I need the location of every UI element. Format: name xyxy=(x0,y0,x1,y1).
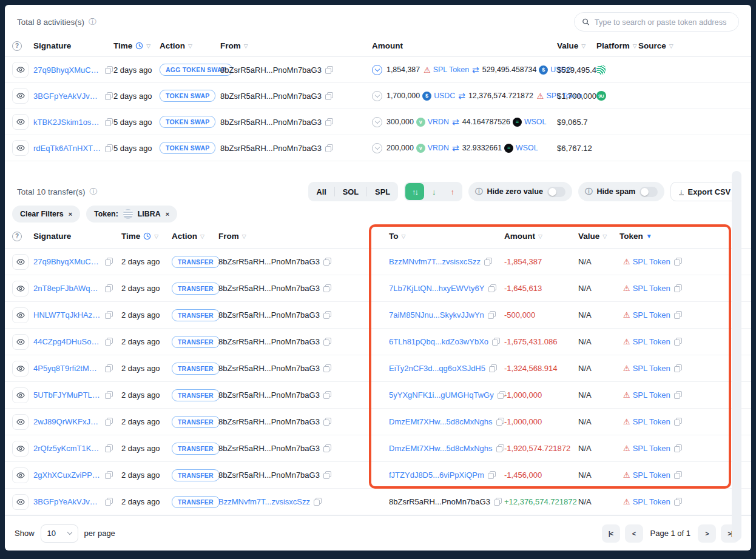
copy-icon[interactable] xyxy=(323,258,331,266)
platform-icon[interactable] xyxy=(596,143,606,153)
search-input[interactable] xyxy=(595,18,731,27)
to-address[interactable]: EiTy2nCF3d...qg6oXSJdH5 xyxy=(389,364,485,373)
token-link[interactable]: SPL Token xyxy=(633,444,670,453)
signature-link[interactable]: kTBK2JSkim1osyZK... xyxy=(33,118,101,127)
to-address[interactable]: fJTZYdJ8D5...6viPpXiQPm xyxy=(389,470,484,480)
copy-icon[interactable] xyxy=(323,284,331,292)
copy-icon[interactable] xyxy=(674,418,682,426)
copy-icon[interactable] xyxy=(488,284,496,292)
copy-icon[interactable] xyxy=(105,118,113,126)
signature-link[interactable]: rdEqTk6ATnHXTnMz... xyxy=(33,144,101,153)
copy-icon[interactable] xyxy=(323,338,331,346)
close-icon[interactable]: × xyxy=(166,210,169,218)
filter-icon[interactable]: ▽ xyxy=(146,43,150,49)
to-address[interactable]: 5yYXgNFK1i...gUMGHqTwGy xyxy=(389,390,494,400)
from-address[interactable]: 8bZsrR5aRH...PnoMn7baG3 xyxy=(218,284,320,293)
platform-icon[interactable] xyxy=(596,117,606,127)
source-icon[interactable] xyxy=(638,65,648,75)
preview-eye-button[interactable] xyxy=(12,361,29,377)
to-address[interactable]: DmzEMt7XHw...5d8cMxNghs xyxy=(389,444,493,453)
scrollbar-track[interactable] xyxy=(732,171,741,541)
copy-icon[interactable] xyxy=(105,284,113,292)
copy-icon[interactable] xyxy=(325,66,333,74)
preview-eye-button[interactable] xyxy=(12,281,29,296)
token-link[interactable]: SPL Token xyxy=(633,257,670,266)
hide-spam-switch[interactable] xyxy=(640,187,658,197)
preview-eye-button[interactable] xyxy=(12,114,29,130)
from-address[interactable]: 8bZsrR5aRH...PnoMn7baG3 xyxy=(218,257,320,266)
token-link[interactable]: SPL Token xyxy=(633,337,670,346)
to-address[interactable]: 6TLh81pQbq...kdZo3wYbXo xyxy=(389,337,488,346)
copy-icon[interactable] xyxy=(674,364,682,372)
copy-icon[interactable] xyxy=(105,498,113,506)
signature-link[interactable]: 44CZpg4DHuSoHZ8... xyxy=(33,337,101,346)
signature-link[interactable]: 27q9BhyqXMuCgJgJ... xyxy=(33,257,101,266)
copy-icon[interactable] xyxy=(674,338,682,346)
platform-icon[interactable] xyxy=(596,91,606,101)
to-address[interactable]: DmzEMt7XHw...5d8cMxNghs xyxy=(389,417,493,426)
hide-zero-switch[interactable] xyxy=(547,187,565,197)
token-out-link[interactable]: WSOL xyxy=(524,118,547,126)
filter-icon-active[interactable]: ▼ xyxy=(646,233,652,239)
filter-icon[interactable]: ▽ xyxy=(669,43,673,49)
preview-eye-button[interactable] xyxy=(12,307,29,323)
preview-eye-button[interactable] xyxy=(12,62,29,78)
copy-icon[interactable] xyxy=(323,418,331,426)
tab-spl[interactable]: SPL xyxy=(367,182,398,201)
signature-link[interactable]: 27q9BhyqXMuCgJgJ... xyxy=(33,65,101,75)
copy-icon[interactable] xyxy=(484,258,492,266)
to-address[interactable]: 7aiM85NJnu...SkykvJJwYn xyxy=(389,310,484,320)
preview-eye-button[interactable] xyxy=(12,441,29,457)
token-in-link[interactable]: VRDN xyxy=(428,144,449,152)
to-address[interactable]: 7Lb7KjLtQN...hxyEWVty6Y xyxy=(389,284,485,293)
token-filter-chip[interactable]: Token: LIBRA × xyxy=(86,206,177,223)
copy-icon[interactable] xyxy=(674,498,682,506)
copy-icon[interactable] xyxy=(674,444,682,452)
signature-link[interactable]: 2wJ89QrWKFxJKiTP... xyxy=(33,417,101,426)
copy-icon[interactable] xyxy=(105,418,113,426)
copy-icon[interactable] xyxy=(498,391,505,399)
copy-icon[interactable] xyxy=(105,144,113,152)
copy-icon[interactable] xyxy=(323,444,331,452)
tab-sol[interactable]: SOL xyxy=(335,182,366,201)
copy-icon[interactable] xyxy=(105,364,113,372)
copy-icon[interactable] xyxy=(496,418,504,426)
token-link[interactable]: SPL Token xyxy=(633,497,670,506)
copy-icon[interactable] xyxy=(674,471,682,479)
preview-eye-button[interactable] xyxy=(12,334,29,350)
filter-icon[interactable]: ▽ xyxy=(602,233,607,239)
filter-icon[interactable]: ▽ xyxy=(154,233,158,239)
copy-icon[interactable] xyxy=(105,258,113,266)
token-link[interactable]: SPL Token xyxy=(633,470,670,480)
from-address[interactable]: 8bZsrR5aRH...PnoMn7baG3 xyxy=(218,337,320,346)
preview-eye-button[interactable] xyxy=(12,254,29,270)
signature-link[interactable]: 5UTbFJYMuPTLbQ4... xyxy=(33,390,101,400)
token-in-link[interactable]: VRDN xyxy=(428,118,449,126)
source-icon[interactable] xyxy=(638,143,648,153)
token-link[interactable]: SPL Token xyxy=(633,417,670,426)
token-in-link[interactable]: USDC xyxy=(434,92,455,100)
signature-link[interactable]: 3BGFpYeAkVJvDCm... xyxy=(33,497,101,506)
preview-eye-button[interactable] xyxy=(12,140,29,156)
copy-icon[interactable] xyxy=(105,471,113,479)
copy-icon[interactable] xyxy=(496,444,504,452)
token-out-link[interactable]: WSOL xyxy=(516,144,538,152)
from-address[interactable]: 8bZsrR5aRH...PnoMn7baG3 xyxy=(218,310,320,320)
preview-eye-button[interactable] xyxy=(12,414,29,430)
platform-icon[interactable] xyxy=(596,65,606,75)
copy-icon[interactable] xyxy=(105,338,113,346)
copy-icon[interactable] xyxy=(314,498,322,506)
filter-icon[interactable]: ▽ xyxy=(244,43,248,49)
info-icon[interactable]: ⓘ xyxy=(89,17,96,27)
token-link[interactable]: SPL Token xyxy=(633,310,670,320)
copy-icon[interactable] xyxy=(105,66,113,74)
expand-icon[interactable] xyxy=(372,117,382,127)
first-page-button[interactable]: |< xyxy=(602,524,620,543)
preview-eye-button[interactable] xyxy=(12,387,29,403)
source-icon[interactable] xyxy=(638,117,648,127)
to-address[interactable]: 8bZsrR5aRH...PnoMn7baG3 xyxy=(389,497,490,506)
filter-icon[interactable]: ▽ xyxy=(242,233,246,239)
page-size-select[interactable]: 10 xyxy=(41,524,78,543)
token-search[interactable] xyxy=(574,12,739,32)
copy-icon[interactable] xyxy=(488,471,496,479)
